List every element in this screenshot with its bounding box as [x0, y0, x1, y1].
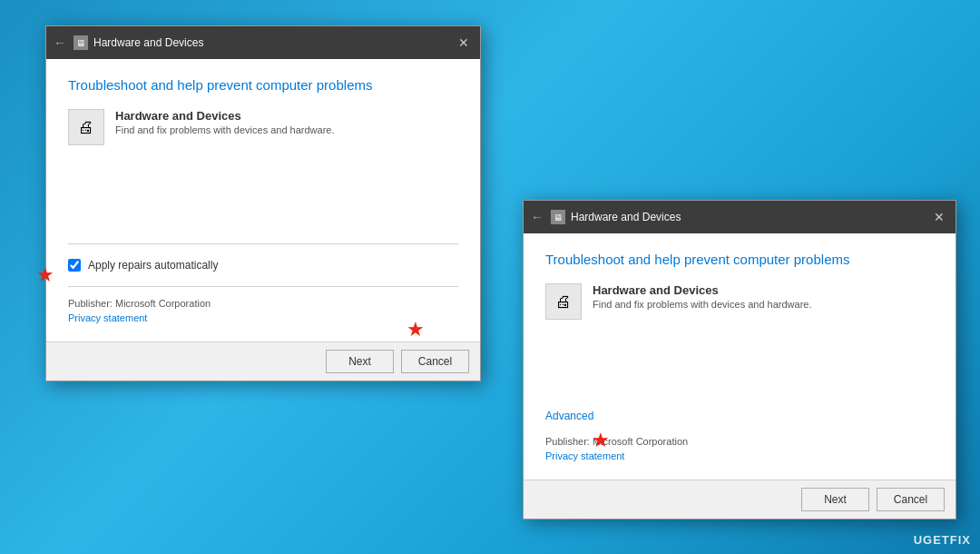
dialog-heading-2: Troubleshoot and help prevent computer p…	[545, 252, 934, 267]
dialog-heading-1: Troubleshoot and help prevent computer p…	[68, 77, 458, 93]
item-icon-2: 🖨	[545, 283, 582, 320]
dialog-footer-1: Next Cancel	[46, 341, 480, 381]
privacy-link-1[interactable]: Privacy statement	[68, 312, 458, 323]
next-button-1[interactable]: Next	[326, 350, 394, 373]
divider-1	[68, 243, 458, 244]
cancel-button-2[interactable]: Cancel	[877, 488, 945, 511]
next-button-2[interactable]: Next	[801, 488, 869, 511]
auto-repair-checkbox[interactable]	[68, 259, 81, 272]
dialog-footer-2: Next Cancel	[524, 480, 956, 519]
titlebar-title-1: Hardware and Devices	[93, 36, 203, 49]
troubleshooter-item-2: 🖨 Hardware and Devices Find and fix prob…	[545, 283, 934, 320]
item-title-1: Hardware and Devices	[115, 109, 335, 123]
titlebar-icon-2: 🖥	[551, 210, 565, 224]
titlebar-2: ← 🖥 Hardware and Devices ✕	[524, 201, 956, 233]
watermark: UGETFIX	[914, 533, 971, 547]
cancel-button-1[interactable]: Cancel	[401, 350, 469, 373]
close-button-1[interactable]: ✕	[455, 34, 473, 52]
titlebar-1: ← 🖥 Hardware and Devices ✕	[46, 26, 480, 59]
publisher-info-2: Publisher: Microsoft Corporation	[545, 436, 934, 447]
item-icon-1: 🖨	[68, 109, 104, 145]
titlebar-title-2: Hardware and Devices	[571, 211, 681, 223]
back-button-1[interactable]: ←	[54, 35, 66, 50]
item-desc-1: Find and fix problems with devices and h…	[115, 124, 335, 135]
checkbox-label-1[interactable]: Apply repairs automatically	[88, 259, 218, 272]
back-button-2[interactable]: ←	[531, 210, 544, 224]
divider-2	[68, 286, 458, 287]
titlebar-icon-1: 🖥	[74, 35, 88, 50]
advanced-link[interactable]: Advanced	[545, 410, 593, 422]
publisher-info-1: Publisher: Microsoft Corporation	[68, 298, 458, 309]
troubleshooter-item-1: 🖨 Hardware and Devices Find and fix prob…	[68, 109, 458, 145]
privacy-link-2[interactable]: Privacy statement	[545, 450, 934, 461]
dialog-content-2: Troubleshoot and help prevent computer p…	[524, 233, 956, 480]
checkbox-area-1: Apply repairs automatically	[68, 255, 458, 275]
item-title-2: Hardware and Devices	[593, 283, 812, 297]
dialog-content-1: Troubleshoot and help prevent computer p…	[46, 59, 480, 341]
close-button-2[interactable]: ✕	[930, 208, 948, 226]
dialog-hardware-devices-2: ← 🖥 Hardware and Devices ✕ Troubleshoot …	[523, 200, 956, 519]
item-desc-2: Find and fix problems with devices and h…	[593, 299, 812, 310]
dialog-hardware-devices-1: ← 🖥 Hardware and Devices ✕ Troubleshoot …	[45, 25, 481, 381]
